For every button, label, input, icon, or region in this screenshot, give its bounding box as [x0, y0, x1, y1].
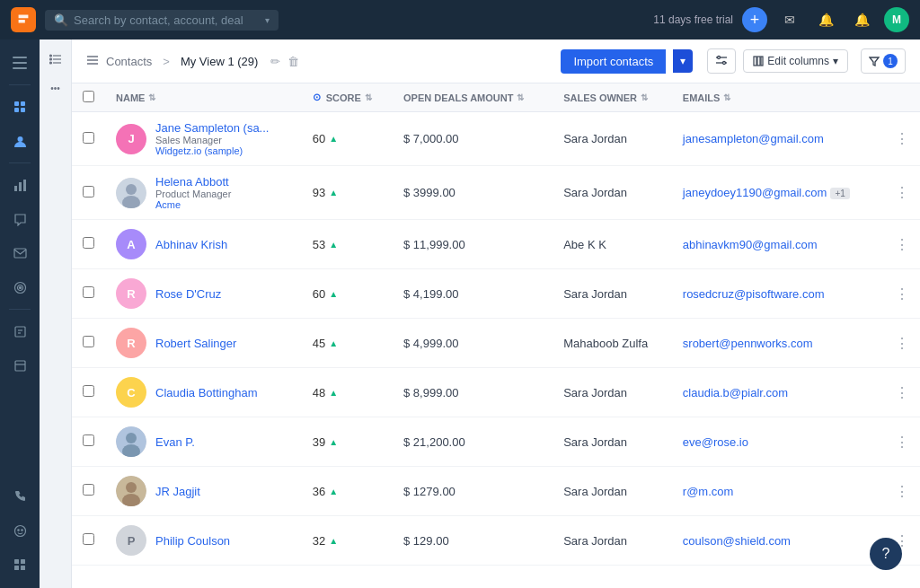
contact-name[interactable]: Helena Abbott	[155, 175, 231, 189]
row-checkbox-cell[interactable]	[72, 166, 105, 220]
breadcrumb-menu-icon[interactable]	[86, 54, 99, 68]
svg-rect-15	[15, 327, 25, 337]
row-checkbox[interactable]	[83, 237, 94, 249]
sidebar-item-grid[interactable]	[4, 549, 36, 581]
row-checkbox-cell[interactable]	[72, 417, 105, 467]
col-header-score[interactable]: ⊙SCORE⇅	[302, 83, 393, 112]
row-checkbox[interactable]	[83, 186, 94, 197]
contact-actions-cell[interactable]: ⋮	[884, 417, 920, 467]
delete-view-icon[interactable]: 🗑	[288, 55, 299, 68]
contact-deals-cell: $ 3999.00	[393, 166, 553, 220]
contact-email[interactable]: abhinavkm90@gmail.com	[683, 238, 818, 251]
row-checkbox-cell[interactable]	[72, 319, 105, 368]
contact-actions-cell[interactable]: ⋮	[884, 269, 920, 319]
add-button[interactable]: +	[742, 7, 767, 32]
help-button[interactable]: ?	[870, 538, 902, 570]
contact-score-cell: 32▲	[302, 516, 393, 566]
contact-actions-cell[interactable]: ⋮	[884, 166, 920, 220]
breadcrumb-parent[interactable]: Contacts	[106, 55, 152, 68]
sidebar-menu-icon[interactable]	[4, 47, 36, 79]
row-more-icon[interactable]: ⋮	[895, 434, 909, 450]
col-header-deals[interactable]: OPEN DEALS AMOUNT⇅	[393, 83, 553, 112]
contact-email[interactable]: claudia.b@pialr.com	[683, 386, 788, 399]
select-all-checkbox[interactable]	[83, 91, 94, 102]
contact-email[interactable]: eve@rose.io	[683, 435, 748, 449]
email-icon-btn[interactable]: ✉	[776, 6, 803, 33]
tune-button[interactable]	[707, 48, 736, 74]
contact-name[interactable]: Jane Sampleton (sa...	[155, 121, 269, 135]
topbar: 🔍 ▾ 11 days free trial + ✉ 🔔 🔔 M	[0, 0, 920, 39]
contact-name[interactable]: Abhinav Krish	[155, 238, 227, 251]
row-more-icon[interactable]: ⋮	[895, 484, 909, 499]
sidebar-item-smiley[interactable]	[4, 514, 36, 547]
sidebar-item-mail[interactable]	[4, 237, 36, 269]
row-checkbox[interactable]	[83, 385, 94, 397]
contact-name[interactable]: Evan P.	[155, 435, 195, 449]
row-more-icon[interactable]: ⋮	[895, 237, 909, 252]
contact-name[interactable]: Rose D'Cruz	[155, 287, 221, 301]
contact-name[interactable]: Claudia Bottingham	[155, 386, 257, 399]
row-checkbox[interactable]	[83, 533, 94, 545]
contact-company[interactable]: Acme	[155, 199, 231, 210]
contact-actions-cell[interactable]: ⋮	[884, 467, 920, 516]
contact-name[interactable]: Robert Salinger	[155, 337, 236, 350]
edit-columns-button[interactable]: Edit columns ▾	[743, 49, 848, 73]
search-input[interactable]	[74, 13, 260, 27]
contact-avatar: P	[116, 525, 146, 556]
row-checkbox[interactable]	[83, 484, 94, 496]
contact-name[interactable]: Philip Coulson	[155, 534, 230, 548]
col-header-actions	[884, 83, 920, 112]
search-box[interactable]: 🔍 ▾	[45, 10, 279, 31]
row-more-icon[interactable]: ⋮	[895, 131, 909, 146]
import-contacts-dropdown[interactable]: ▾	[673, 49, 693, 73]
row-more-icon[interactable]: ⋮	[895, 185, 909, 200]
svg-rect-0	[13, 57, 27, 58]
col-header-emails[interactable]: EMAILS⇅	[672, 83, 884, 112]
col-header-name[interactable]: NAME⇅	[105, 83, 302, 112]
col-header-owner[interactable]: SALES OWNER⇅	[553, 83, 672, 112]
contact-actions-cell[interactable]: ⋮	[884, 220, 920, 269]
contact-email[interactable]: coulson@shield.com	[683, 534, 791, 548]
sidebar-item-home[interactable]	[4, 91, 36, 123]
contact-email[interactable]: janesampleton@gmail.com	[683, 132, 824, 145]
contact-email[interactable]: rosedcruz@pisoftware.com	[683, 287, 825, 301]
row-checkbox[interactable]	[83, 132, 94, 144]
edit-view-icon[interactable]: ✏	[270, 55, 280, 68]
row-checkbox[interactable]	[83, 434, 94, 446]
contact-email[interactable]: srobert@pennworks.com	[683, 337, 813, 350]
subnav-more-icon[interactable]: •••	[43, 75, 68, 101]
select-all-cell[interactable]	[72, 83, 105, 112]
contact-email[interactable]: janeydoey1190@gmail.com	[683, 186, 827, 199]
row-more-icon[interactable]: ⋮	[895, 336, 909, 351]
sidebar-item-chat[interactable]	[4, 203, 36, 235]
contact-actions-cell[interactable]: ⋮	[884, 368, 920, 417]
contact-email[interactable]: r@m.com	[683, 485, 734, 498]
row-more-icon[interactable]: ⋮	[895, 286, 909, 302]
row-checkbox-cell[interactable]	[72, 516, 105, 566]
row-checkbox[interactable]	[83, 286, 94, 298]
sidebar-item-chart[interactable]	[4, 169, 36, 201]
contact-actions-cell[interactable]: ⋮	[884, 319, 920, 368]
row-checkbox-cell[interactable]	[72, 112, 105, 166]
subnav-list-icon[interactable]	[43, 47, 68, 72]
import-contacts-button[interactable]: Import contacts	[561, 49, 666, 74]
notification-icon-btn[interactable]: 🔔	[812, 6, 839, 33]
bell-icon-btn[interactable]: 🔔	[848, 6, 875, 33]
sidebar-item-reports[interactable]	[4, 315, 36, 347]
row-checkbox-cell[interactable]	[72, 220, 105, 269]
user-avatar[interactable]: M	[884, 7, 909, 32]
contact-name-cell: RRose D'Cruz	[105, 269, 302, 319]
row-checkbox-cell[interactable]	[72, 368, 105, 417]
row-checkbox[interactable]	[83, 336, 94, 347]
sidebar-item-box[interactable]	[4, 349, 36, 382]
contact-name[interactable]: JR Jagjit	[155, 485, 200, 498]
sidebar-item-contacts[interactable]	[4, 125, 36, 157]
contact-actions-cell[interactable]: ⋮	[884, 112, 920, 166]
sidebar-item-phone[interactable]	[4, 480, 36, 513]
row-more-icon[interactable]: ⋮	[895, 385, 909, 400]
row-checkbox-cell[interactable]	[72, 467, 105, 516]
filter-button[interactable]: 1	[861, 48, 906, 74]
row-checkbox-cell[interactable]	[72, 269, 105, 319]
contact-company[interactable]: Widgetz.io (sample)	[155, 145, 269, 156]
sidebar-item-target[interactable]	[4, 271, 36, 303]
